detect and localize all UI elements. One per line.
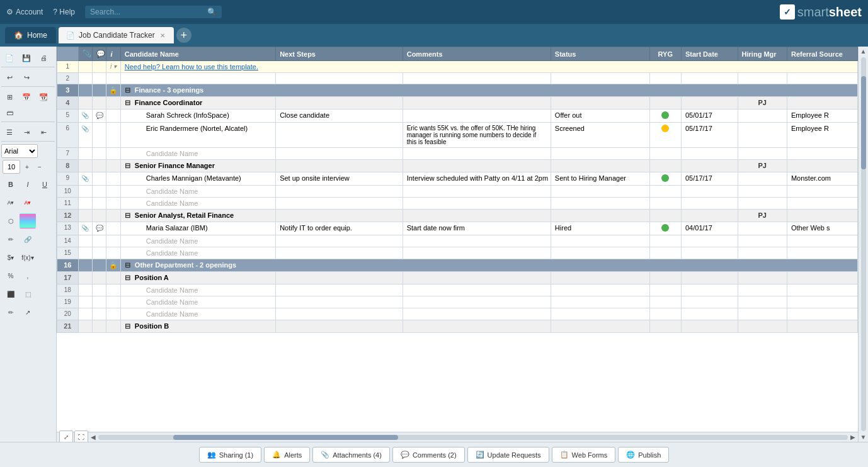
startdate-9[interactable]: 05/17/17 xyxy=(682,172,738,186)
comments-13[interactable]: Start date now firm xyxy=(403,222,551,235)
new-button[interactable]: 📄 xyxy=(1,50,18,65)
collapse-icon-16[interactable]: ⊟ xyxy=(125,261,130,269)
hiringmgr-6[interactable] xyxy=(738,123,787,148)
candidate-5[interactable]: Sarah Schreck (InfoSpace) xyxy=(120,110,275,123)
grid-view-button[interactable]: ⊞ xyxy=(1,89,18,104)
startdate-5[interactable]: 05/01/17 xyxy=(682,110,738,123)
comments-5[interactable] xyxy=(403,110,551,123)
font-size-input[interactable] xyxy=(3,160,20,174)
candidate-6[interactable]: Eric Randermere (Nortel, Alcatel) xyxy=(120,123,275,148)
color-fill-button[interactable] xyxy=(20,213,36,228)
expand-all-button[interactable]: ⤢ xyxy=(59,430,73,442)
referral-6[interactable]: Employee R xyxy=(787,123,857,148)
ryg-6[interactable] xyxy=(649,123,681,148)
ryg-13[interactable] xyxy=(649,222,681,235)
card-view-button[interactable]: 🗃 xyxy=(1,105,18,120)
h-scrollbar[interactable]: ⤢ ⛶ ◀ ▶ xyxy=(57,432,858,442)
comma-button[interactable]: , xyxy=(20,268,36,283)
sheet-tab[interactable]: 📄 Job Candidate Tracker ✕ xyxy=(59,27,174,43)
redo-button[interactable]: ↪ xyxy=(18,70,35,85)
currency-button[interactable]: $▾ xyxy=(3,250,19,265)
comments-9[interactable]: Interview scheduled with Patty on 4/11 a… xyxy=(403,172,551,186)
status-header[interactable]: Status xyxy=(551,47,649,61)
hiringmgr-5[interactable] xyxy=(738,110,787,123)
undo-button[interactable]: ↩ xyxy=(1,70,18,85)
save-button[interactable]: 💾 xyxy=(18,50,35,65)
formula-button[interactable]: f(x)▾ xyxy=(20,250,36,265)
scroll-right-arrow[interactable]: ▶ xyxy=(850,434,855,441)
underline-button[interactable]: U xyxy=(37,177,53,192)
candidate-13[interactable]: Maria Salazar (IBM) xyxy=(120,222,275,235)
scroll-down-arrow[interactable]: ▼ xyxy=(859,432,868,442)
draw-button[interactable]: ✏ xyxy=(3,305,19,320)
v-scroll-track[interactable] xyxy=(861,57,866,431)
hiringmgr-9[interactable] xyxy=(738,172,787,186)
start-date-header[interactable]: Start Date xyxy=(682,47,738,61)
grid-container[interactable]: 📎 💬 i Candidate Name Next Steps Comments… xyxy=(57,47,858,432)
update-requests-button[interactable]: 🔄 Update Requests xyxy=(467,447,549,463)
status-6[interactable]: Screened xyxy=(551,123,649,148)
startdate-13[interactable]: 04/01/17 xyxy=(682,222,738,235)
candidate-9[interactable]: Charles Mannigan (Metavante) xyxy=(120,172,275,186)
nextsteps-5[interactable]: Close candidate xyxy=(276,110,403,123)
list-button[interactable]: ☰ xyxy=(1,125,18,140)
next-steps-header[interactable]: Next Steps xyxy=(276,47,403,61)
startdate-6[interactable]: 05/17/17 xyxy=(682,123,738,148)
indent-button[interactable]: ⇥ xyxy=(18,125,35,140)
comments-6[interactable]: Eric wants 55K vs. the offer of 50K. THe… xyxy=(403,123,551,148)
symbol1-button[interactable]: ⬛ xyxy=(3,286,19,301)
bold-button[interactable]: B xyxy=(3,177,19,192)
status-9[interactable]: Sent to Hiring Manager xyxy=(551,172,649,186)
v-scrollbar[interactable]: ▲ ▼ xyxy=(858,47,868,442)
italic-button[interactable]: I xyxy=(20,177,36,192)
referral-9[interactable]: Monster.com xyxy=(787,172,857,186)
font-selector[interactable]: Arial xyxy=(1,144,38,158)
arrow-button[interactable]: ↗ xyxy=(20,305,36,320)
candidate-name-header[interactable]: Candidate Name xyxy=(120,47,275,61)
status-13[interactable]: Hired xyxy=(551,222,649,235)
font-size-decrease[interactable]: − xyxy=(34,161,45,172)
bg-color-button[interactable]: A▾ xyxy=(3,195,19,210)
candidate-18[interactable]: Candidate Name xyxy=(120,284,275,296)
special-button[interactable]: ⬡ xyxy=(3,213,19,228)
gantt-view-button[interactable]: 📅 xyxy=(18,89,35,104)
candidate-15[interactable]: Candidate Name xyxy=(120,247,275,259)
candidate-19[interactable]: Candidate Name xyxy=(120,296,275,308)
nextsteps-9[interactable]: Set up onsite interview xyxy=(276,172,403,186)
alerts-button[interactable]: 🔔 Alerts xyxy=(264,447,310,463)
status-5[interactable]: Offer out xyxy=(551,110,649,123)
search-icon[interactable]: 🔍 xyxy=(207,8,217,16)
close-tab-button[interactable]: ✕ xyxy=(159,32,166,39)
referral-13[interactable]: Other Web s xyxy=(787,222,857,235)
ryg-header[interactable]: RYG xyxy=(649,47,681,61)
referral-5[interactable]: Employee R xyxy=(787,110,857,123)
nextsteps-6[interactable] xyxy=(276,123,403,148)
h-scroll-thumb[interactable] xyxy=(173,435,398,440)
print-button[interactable]: 🖨 xyxy=(35,50,52,65)
candidate-14[interactable]: Candidate Name xyxy=(120,235,275,247)
attachments-button[interactable]: 📎 Attachments (4) xyxy=(312,447,390,463)
home-tab[interactable]: 🏠 Home xyxy=(5,27,56,43)
font-size-increase[interactable]: + xyxy=(21,161,33,172)
highlight-button[interactable]: ✏ xyxy=(3,232,19,247)
comments-header[interactable]: Comments xyxy=(403,47,551,61)
outdent-button[interactable]: ⇤ xyxy=(35,125,52,140)
hiringmgr-13[interactable] xyxy=(738,222,787,235)
percent-button[interactable]: % xyxy=(3,268,19,283)
scroll-up-arrow[interactable]: ▲ xyxy=(859,47,868,56)
help-link-text[interactable]: Need help? Learn how to use this templat… xyxy=(125,63,258,70)
account-link[interactable]: ⚙ Account xyxy=(6,8,43,16)
candidate-20[interactable]: Candidate Name xyxy=(120,308,275,320)
referral-source-header[interactable]: Referral Source xyxy=(787,47,857,61)
text-color-button[interactable]: A▾ xyxy=(20,195,36,210)
candidate-10[interactable]: Candidate Name xyxy=(120,186,275,198)
scroll-left-arrow[interactable]: ◀ xyxy=(91,434,96,441)
collapse-icon[interactable]: ⊟ xyxy=(125,86,130,94)
hiring-mgr-header[interactable]: Hiring Mgr xyxy=(738,47,787,61)
add-tab-button[interactable]: + xyxy=(176,28,191,43)
sharing-button[interactable]: 👥 Sharing (1) xyxy=(199,447,261,463)
nextsteps-13[interactable]: Notify IT to order equip. xyxy=(276,222,403,235)
calendar-view-button[interactable]: 📆 xyxy=(35,89,52,104)
ryg-5[interactable] xyxy=(649,110,681,123)
web-forms-button[interactable]: 📋 Web Forms xyxy=(552,447,616,463)
